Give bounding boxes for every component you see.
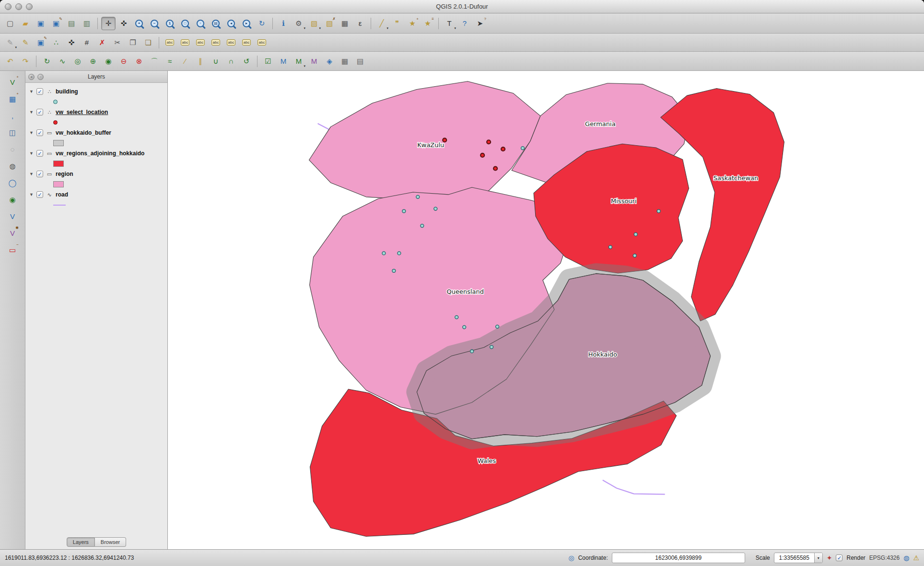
text-annotation-button[interactable]: T▾ (442, 17, 456, 30)
measure-button[interactable]: ╱▾ (374, 17, 389, 30)
layer-visibility-checkbox[interactable]: ✓ (36, 88, 43, 95)
text-annotation-dropdown-icon[interactable]: ▾ (454, 26, 456, 30)
open-attribute-table-button[interactable]: ▦ (338, 17, 352, 30)
delete-part-button[interactable]: ⊗ (132, 55, 146, 68)
zoom-actual-button[interactable]: 1 (163, 17, 177, 30)
check-geometries-button[interactable]: ☑ (261, 55, 275, 68)
toggle-editing-button[interactable]: ✎ (18, 36, 33, 49)
layer-row-road[interactable]: ▼✓∿road (25, 189, 167, 200)
log-messages-icon[interactable]: ⚠ (913, 554, 919, 561)
mouse-position-icon[interactable]: ◎ (568, 554, 574, 561)
split-parts-button[interactable]: ∥ (193, 55, 208, 68)
labeling-options-button[interactable]: abc (163, 36, 177, 49)
help-contents-button[interactable]: ? (457, 17, 472, 30)
highlight-pinned-labels-button[interactable]: abc (193, 36, 208, 49)
open-project-button[interactable]: ▰ (18, 17, 33, 30)
show-hide-labels-button[interactable]: abc (239, 36, 254, 49)
layer-visibility-checkbox[interactable]: ✓ (36, 129, 43, 136)
new-print-composer-button[interactable]: ▤ (64, 17, 79, 30)
rotate-point-symbols-button[interactable]: ↺ (239, 55, 254, 68)
identify-features-button[interactable]: ℹ (276, 17, 291, 30)
add-vector-layer-button[interactable]: V+ (5, 75, 20, 89)
cut-features-button[interactable]: ✂ (110, 36, 125, 49)
merge-features-button[interactable]: ∪ (209, 55, 223, 68)
render-checkbox[interactable]: ✓ (836, 554, 842, 561)
add-wfs-layer-button[interactable]: V (5, 209, 20, 223)
composer-manager-button[interactable]: ▥ (80, 17, 94, 30)
move-feature-button[interactable]: ✜ (64, 36, 79, 49)
offset-curve-button[interactable]: ≈ (163, 55, 177, 68)
expand-arrow-icon[interactable]: ▼ (29, 110, 34, 115)
show-bookmarks-button[interactable]: ★≡ (421, 17, 435, 30)
layer-name[interactable]: vw_regions_adjoining_hokkaido (56, 150, 144, 157)
map-tool-m2-button[interactable]: M▾ (292, 55, 306, 68)
expand-arrow-icon[interactable]: ▼ (29, 192, 34, 197)
zoom-out-button[interactable]: − (147, 17, 162, 30)
minimize-button[interactable] (15, 3, 22, 10)
chevron-down-icon[interactable]: ▾ (814, 553, 822, 563)
change-label-properties-button[interactable]: abc (255, 36, 269, 49)
node-tool-button[interactable]: # (80, 36, 94, 49)
globe-plugin-button[interactable]: ◈ (322, 55, 337, 68)
layer-visibility-checkbox[interactable]: ✓ (36, 191, 43, 198)
scale-combo[interactable]: 1:33565585 ▾ (774, 553, 823, 563)
new-bookmark-button[interactable]: ★+ (405, 17, 420, 30)
move-label-button[interactable]: abc (209, 36, 223, 49)
pan-map-button[interactable]: ✛ (101, 17, 116, 30)
map-canvas[interactable]: KwaZuluGermaniaMissouriSaskatchewanQueen… (168, 71, 924, 549)
add-raster-layer-button[interactable]: ▦+ (5, 92, 20, 106)
refresh-map-button[interactable]: ↻ (255, 17, 269, 30)
pin-labels-button[interactable]: abc (178, 36, 192, 49)
delete-selected-button[interactable]: ✗ (95, 36, 109, 49)
zoom-next-button[interactable]: ▸ (239, 17, 254, 30)
layer-row-vw_hokkaido_buffer[interactable]: ▼✓▭vw_hokkaido_buffer (25, 127, 167, 139)
add-wms-layer-button[interactable]: ◯ (5, 175, 20, 190)
close-button[interactable] (5, 3, 12, 10)
map-tool-m2-dropdown-icon[interactable]: ▾ (304, 64, 305, 68)
region-symbol-swatch[interactable] (53, 181, 64, 187)
crs-status-icon[interactable]: ◍ (903, 554, 909, 561)
grid-plugin-button[interactable]: ▦ (338, 55, 352, 68)
vw_select_location-symbol-swatch[interactable] (53, 120, 58, 125)
layer-row-building[interactable]: ▼✓∴building (25, 86, 167, 97)
whats-this-button[interactable]: ➤? (473, 17, 487, 30)
add-wcs-layer-button[interactable]: ◉ (5, 192, 20, 207)
building-symbol-swatch[interactable] (53, 100, 58, 104)
new-shapefile-layer-button[interactable]: V✱ (5, 226, 20, 240)
expand-arrow-icon[interactable]: ▼ (29, 89, 34, 94)
field-calculator-button[interactable]: ε (353, 17, 367, 30)
panel-float-icon[interactable]: ◦ (37, 74, 44, 80)
save-project-as-button[interactable]: ▣✎ (49, 17, 63, 30)
panel-close-icon[interactable]: × (28, 74, 35, 80)
panel-tab-layers[interactable]: Layers (67, 537, 95, 547)
reshape-features-button[interactable]: ⌒ (147, 55, 162, 68)
zoom-full-button[interactable]: □ (178, 17, 192, 30)
expand-arrow-icon[interactable]: ▼ (29, 130, 34, 135)
vw_hokkaido_buffer-symbol-swatch[interactable] (53, 140, 64, 146)
zoom-to-layer-button[interactable]: ▤ (209, 17, 223, 30)
deselect-features-button[interactable]: ▧✗ (322, 17, 337, 30)
vw_regions_adjoining_hokkaido-symbol-swatch[interactable] (53, 161, 64, 167)
save-layer-edits-button[interactable]: ▣✎ (34, 36, 48, 49)
zoom-last-button[interactable]: ◂ (224, 17, 238, 30)
merge-attributes-button[interactable]: ∩ (224, 55, 238, 68)
layer-visibility-checkbox[interactable]: ✓ (36, 109, 43, 116)
select-features-button[interactable]: ▧▾ (307, 17, 321, 30)
undo-button[interactable]: ↶ (3, 55, 17, 68)
layer-name[interactable]: region (56, 171, 73, 177)
map-tool-m1-button[interactable]: M (276, 55, 291, 68)
layer-name[interactable]: vw_hokkaido_buffer (56, 129, 111, 136)
panel-tab-browser[interactable]: Browser (95, 537, 126, 547)
pan-to-selection-button[interactable]: ✜ (117, 17, 131, 30)
layer-visibility-checkbox[interactable]: ✓ (36, 150, 43, 157)
add-part-button[interactable]: ⊕ (86, 55, 100, 68)
current-edits-dropdown-icon[interactable]: ▾ (15, 46, 17, 49)
road-symbol-swatch[interactable] (53, 205, 66, 206)
expand-arrow-icon[interactable]: ▼ (29, 151, 34, 156)
expand-arrow-icon[interactable]: ▼ (29, 172, 34, 176)
current-edits-button[interactable]: ✎▾ (3, 36, 17, 49)
layer-row-vw_select_location[interactable]: ▼✓∴vw_select_location (25, 106, 167, 118)
layer-visibility-checkbox[interactable]: ✓ (36, 171, 43, 177)
map-tips-button[interactable]: ❞ (390, 17, 404, 30)
layer-name[interactable]: road (56, 191, 68, 198)
